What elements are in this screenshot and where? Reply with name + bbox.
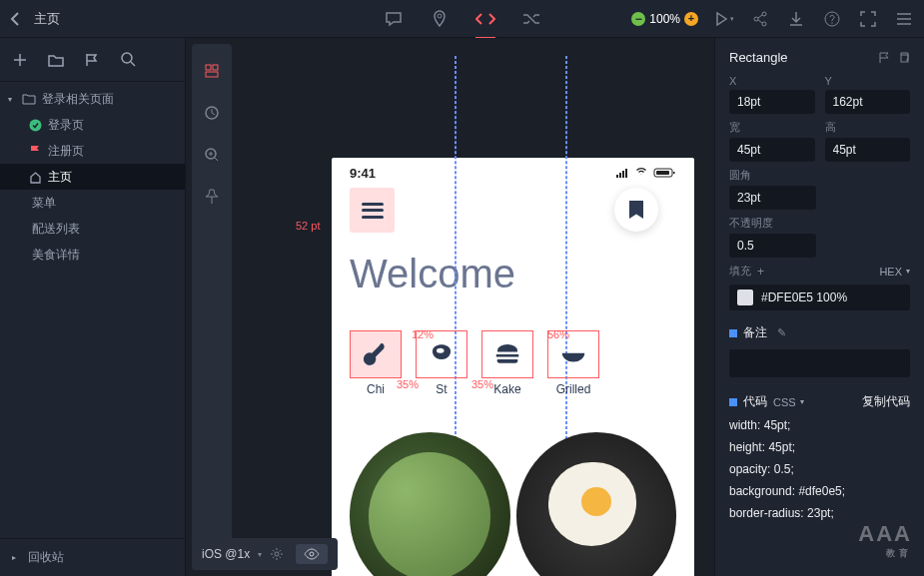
tree-label: 菜单 (32, 195, 56, 212)
tree-item-home[interactable]: 主页 (0, 164, 185, 190)
tree-item-menu[interactable]: 菜单 (0, 190, 185, 216)
svg-rect-8 (206, 65, 211, 70)
pencil-icon[interactable]: ✎ (777, 326, 786, 339)
category-grilled[interactable]: Grilled (547, 330, 599, 396)
svg-rect-16 (625, 169, 627, 178)
tree-label: 美食详情 (32, 247, 80, 264)
svg-rect-18 (656, 171, 669, 175)
category-steak[interactable]: St (416, 330, 467, 396)
svg-point-0 (438, 14, 442, 18)
svg-point-1 (762, 12, 766, 16)
layers-icon[interactable] (203, 62, 221, 80)
gear-icon[interactable] (270, 547, 284, 561)
code-line: background: #dfe0e5; (729, 484, 910, 498)
tree-item-detail[interactable]: 美食详情 (0, 242, 185, 268)
help-icon[interactable] (822, 9, 842, 29)
tree-item-delivery[interactable]: 配送列表 (0, 216, 185, 242)
code-line: height: 45pt; (729, 440, 910, 454)
section-marker-icon (729, 329, 737, 337)
opacity-input[interactable] (729, 234, 816, 258)
code-icon[interactable] (475, 9, 495, 29)
trash-button[interactable]: ▸ 回收站 (0, 538, 185, 576)
category-chicken[interactable]: Chi (350, 330, 402, 396)
y-input[interactable] (825, 90, 911, 114)
height-input[interactable] (825, 138, 911, 162)
notes-input[interactable] (729, 349, 910, 377)
pin-icon[interactable] (430, 9, 450, 29)
chevron-down-icon[interactable]: ▾ (258, 550, 262, 559)
opacity-label: 不透明度 (729, 216, 910, 231)
zoom-indicator[interactable]: − 100% + (631, 12, 698, 26)
status-icons (616, 167, 676, 179)
download-icon[interactable] (786, 9, 806, 29)
phone-time: 9:41 (350, 166, 376, 181)
canvas[interactable]: 48 pt 52 pt 9:41 Welcome (232, 38, 714, 576)
bookmark-button[interactable] (614, 188, 658, 232)
tree-folder[interactable]: ▾ 登录相关页面 (0, 86, 185, 112)
tree-item-register[interactable]: 注册页 (0, 138, 185, 164)
x-label: X (729, 75, 815, 87)
tree-item-login[interactable]: 登录页 (0, 112, 185, 138)
category-label: Grilled (556, 382, 591, 396)
menu-button[interactable] (350, 188, 395, 233)
hamburger-icon (362, 203, 384, 219)
category-label: Kake (493, 382, 520, 396)
category-label: Chi (367, 382, 385, 396)
inspector-title: Rectangle (729, 50, 788, 65)
radius-input[interactable] (729, 186, 816, 210)
fill-swatch-row[interactable]: #DFE0E5 100% (729, 285, 910, 310)
zoom-tool-icon[interactable] (203, 146, 221, 164)
fullscreen-icon[interactable] (858, 9, 878, 29)
code-label: 代码 (743, 393, 767, 410)
notes-label: 备注 (743, 324, 767, 341)
page-title: 主页 (34, 10, 60, 28)
history-icon[interactable] (203, 104, 221, 122)
copy-code-button[interactable]: 复制代码 (862, 393, 910, 410)
svg-point-2 (754, 17, 758, 21)
y-label: Y (825, 75, 911, 87)
chevron-down-icon[interactable]: ▾ (906, 267, 910, 276)
inspector-panel: Rectangle X Y 宽 高 圆角 不透明度 填充 + (714, 38, 924, 576)
check-circle-icon (28, 118, 42, 132)
code-line: opacity: 0.5; (729, 462, 910, 476)
fill-label: 填充 (729, 264, 751, 279)
scale-selector[interactable]: iOS @1x (202, 547, 250, 561)
menu-icon[interactable] (894, 9, 914, 29)
flag-icon[interactable] (84, 52, 100, 68)
flag-icon[interactable] (878, 52, 890, 64)
dim-52pt: 52 pt (296, 220, 320, 232)
hex-label[interactable]: HEX (879, 266, 902, 278)
copy-icon[interactable] (898, 52, 910, 64)
search-icon[interactable] (120, 52, 136, 68)
mockup-phone: 9:41 Welcome 12% 56% (332, 158, 694, 576)
x-input[interactable] (729, 90, 815, 114)
category-kake[interactable]: Kake (481, 330, 533, 396)
steak-icon (427, 339, 457, 369)
eye-icon[interactable] (296, 544, 328, 564)
css-selector[interactable]: CSS▾ (773, 396, 804, 408)
play-icon[interactable]: ▾ (714, 9, 734, 29)
left-panel: ▾ 登录相关页面 登录页 注册页 主页 菜单 配送列表 美食详情 ▸ 回收站 (0, 38, 186, 576)
color-swatch[interactable] (737, 289, 753, 305)
add-fill-icon[interactable]: + (757, 265, 764, 279)
topbar: 主页 − 100% + ▾ (0, 0, 924, 38)
zoom-plus-icon[interactable]: + (684, 12, 698, 26)
chicken-icon (361, 339, 391, 369)
folder-icon[interactable] (48, 52, 64, 68)
svg-point-3 (762, 22, 766, 26)
width-input[interactable] (729, 138, 815, 162)
back-button[interactable] (10, 12, 20, 26)
comment-icon[interactable] (384, 9, 404, 29)
tree-label: 登录相关页面 (42, 91, 114, 108)
page-tree: ▾ 登录相关页面 登录页 注册页 主页 菜单 配送列表 美食详情 (0, 82, 185, 538)
svg-point-7 (29, 119, 41, 131)
category-label: St (436, 382, 447, 396)
bowl-icon (558, 339, 588, 369)
share-icon[interactable] (750, 9, 770, 29)
pin-tool-icon[interactable] (203, 188, 221, 206)
fried-egg-icon (548, 462, 636, 546)
shuffle-icon[interactable] (521, 9, 541, 29)
zoom-minus-icon[interactable]: − (631, 12, 645, 26)
plate-eggs (516, 432, 677, 576)
add-icon[interactable] (12, 52, 28, 68)
